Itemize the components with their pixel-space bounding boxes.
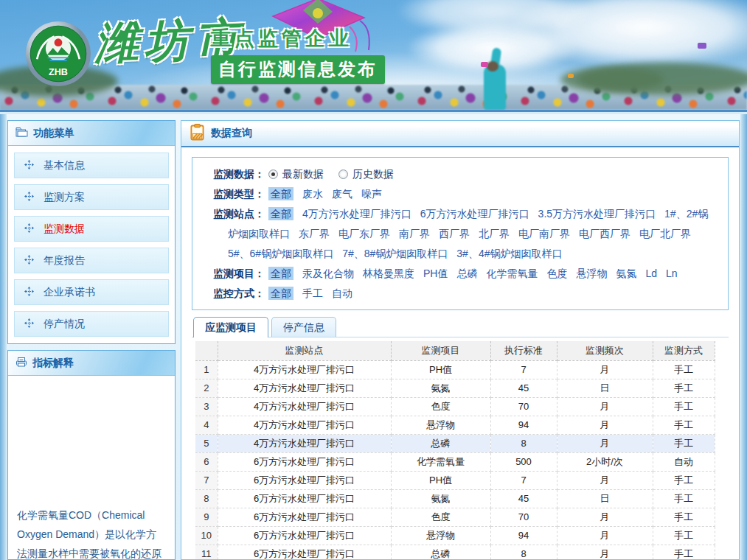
radio-unchecked-icon[interactable]	[338, 169, 348, 179]
table-cell: 6万方污水处理厂排污口	[218, 526, 391, 545]
table-row[interactable]: 106万方污水处理厂排污口悬浮物94月手工	[195, 526, 715, 545]
monitoring-items-table: 监测站点监测项目执行标准监测频次监测方式14万方污水处理厂排污口PH值7月手工2…	[195, 341, 715, 560]
table-cell: 70	[490, 508, 557, 526]
filter-option-link[interactable]: 电厂西厂界	[579, 228, 630, 239]
filter-option-link[interactable]: 全部	[268, 187, 293, 200]
table-cell: 总磷	[391, 434, 490, 452]
filter-option-link[interactable]: 全部	[268, 267, 293, 280]
filter-option-link[interactable]: Ld	[645, 267, 657, 279]
table-cell: 氨氮	[391, 489, 490, 508]
tab-停产信息[interactable]: 停产信息	[271, 317, 336, 337]
filter-option-link[interactable]: 北厂界	[479, 228, 510, 239]
table-cell: 4万方污水处理厂排污口	[218, 434, 391, 452]
table-cell: 8	[490, 545, 557, 560]
table-row[interactable]: 66万方污水处理厂排污口化学需氧量5002小时/次自动	[195, 452, 715, 471]
table-cell: PH值	[391, 471, 490, 489]
filter-option-link[interactable]: 化学需氧量	[486, 267, 538, 279]
sidebar-item-企业承诺书[interactable]: 企业承诺书	[14, 279, 169, 305]
filter-option-link[interactable]: 东厂界	[299, 228, 330, 239]
filter-option-link[interactable]: PH值	[423, 267, 448, 279]
table-cell: PH值	[391, 360, 490, 379]
filter-option-link[interactable]: 6万方污水处理厂排污口	[420, 208, 529, 220]
site-subtitles: 重点监管企业 自行监测信息发布	[211, 25, 385, 84]
table-cell: 月	[557, 471, 653, 489]
function-menu-title: 功能菜单	[33, 127, 74, 140]
sidebar-item-停产情况[interactable]: 停产情况	[14, 311, 169, 337]
table-row[interactable]: 86万方污水处理厂排污口氨氮45日手工	[195, 489, 715, 508]
filter-option-link[interactable]: 3.5万方污水处理厂排污口	[538, 208, 656, 220]
main-header: 数据查询	[181, 121, 739, 147]
filter-option-link[interactable]: 悬浮物	[576, 267, 607, 279]
filter-option-link[interactable]: 总磷	[456, 267, 477, 279]
filter-option-link[interactable]: 废水	[302, 188, 323, 200]
filter-option-link[interactable]: 色度	[546, 267, 567, 279]
filter-option-link[interactable]: 5#、6#锅炉烟囱取样口	[228, 248, 333, 259]
radio-option[interactable]: 最新数据	[268, 168, 324, 180]
table-cell: 手工	[653, 526, 715, 545]
tab-应监测项目[interactable]: 应监测项目	[193, 317, 268, 337]
filter-option-link[interactable]: 西厂界	[439, 228, 470, 239]
table-cell: 月	[557, 397, 653, 416]
table-row[interactable]: 116万方污水处理厂排污口总磷8月手工	[195, 545, 715, 560]
sidebar-item-年度报告[interactable]: 年度报告	[14, 248, 169, 273]
radio-checked-icon[interactable]	[268, 169, 278, 179]
sidebar-item-基本信息[interactable]: 基本信息	[14, 153, 169, 178]
filter-option-link[interactable]: 电厂东厂界	[338, 228, 390, 239]
move-arrows-icon	[24, 287, 34, 298]
sidebar-item-label: 基本信息	[44, 159, 85, 172]
row-number-cell: 8	[195, 489, 218, 508]
epb-logo: ZHB	[25, 21, 91, 87]
tree-silhouette	[577, 63, 747, 95]
indicator-title: 指标解释	[32, 357, 74, 370]
filter-option-link[interactable]: 南厂界	[399, 228, 430, 239]
table-cell: 6万方污水处理厂排污口	[218, 545, 391, 560]
sidebar-item-label: 企业承诺书	[44, 286, 95, 299]
table-row[interactable]: 76万方污水处理厂排污口PH值7月手工	[195, 471, 715, 489]
table-cell: 手工	[653, 545, 715, 560]
filter-option-link[interactable]: 手工	[302, 287, 323, 299]
table-cell: 6万方污水处理厂排污口	[218, 489, 391, 508]
clipboard-icon	[190, 124, 204, 143]
table-cell: 45	[490, 379, 557, 397]
filter-option-link[interactable]: 汞及化合物	[302, 267, 354, 279]
filter-option-link[interactable]: 噪声	[361, 188, 382, 200]
table-row[interactable]: 34万方污水处理厂排污口色度70月手工	[195, 397, 715, 416]
filter-option-link[interactable]: 4万方污水处理厂排污口	[302, 208, 411, 220]
table-cell: 94	[490, 416, 557, 434]
row-number-cell: 7	[195, 471, 218, 489]
filter-option-link[interactable]: 全部	[268, 207, 293, 220]
sidebar-item-监测方案[interactable]: 监测方案	[14, 184, 169, 210]
radio-option[interactable]: 历史数据	[338, 168, 394, 180]
sidebar-item-监测数据[interactable]: 监测数据	[14, 216, 169, 242]
table-cell: 月	[557, 434, 653, 452]
table-cell: 手工	[653, 379, 715, 397]
filter-option-link[interactable]: 7#、8#锅炉烟囱取样口	[342, 248, 448, 259]
column-header: 执行标准	[490, 341, 557, 360]
table-row[interactable]: 54万方污水处理厂排污口总磷8月手工	[195, 434, 715, 452]
table-row[interactable]: 14万方污水处理厂排污口PH值7月手工	[195, 360, 715, 379]
filter-option-link[interactable]: 自动	[332, 287, 352, 299]
filter-option-link[interactable]: Ln	[666, 267, 678, 279]
main-panel: 数据查询 监测数据：最新数据历史数据监测类型：全部废水废气噪声监测站点：全部4万…	[181, 120, 740, 560]
table-cell: 色度	[391, 508, 490, 526]
filter-option-link[interactable]: 电厂南厂界	[518, 228, 570, 239]
table-cell: 8	[490, 434, 557, 452]
filter-option-link[interactable]: 全部	[268, 287, 293, 300]
filter-label: 监测数据：	[213, 168, 265, 180]
filter-option-link[interactable]: 林格曼黑度	[363, 267, 414, 279]
table-cell: 94	[490, 526, 557, 545]
folder-icon	[15, 127, 28, 139]
move-arrows-icon	[24, 223, 34, 235]
filter-option-link[interactable]: 氨氮	[616, 267, 636, 279]
table-row[interactable]: 24万方污水处理厂排污口氨氮45日手工	[195, 379, 715, 397]
filter-option-link[interactable]: 电厂北厂界	[639, 228, 691, 239]
column-header: 监测频次	[557, 341, 653, 360]
filter-option-link[interactable]: 3#、4#锅炉烟囱取样口	[456, 248, 562, 259]
table-cell: 手工	[653, 360, 715, 379]
table-cell: 月	[557, 508, 653, 526]
table-row[interactable]: 96万方污水处理厂排污口色度70月手工	[195, 508, 715, 526]
row-number-cell: 9	[195, 508, 218, 526]
table-row[interactable]: 44万方污水处理厂排污口悬浮物94月手工	[195, 416, 715, 434]
filter-option-link[interactable]: 废气	[332, 188, 352, 200]
move-arrows-icon	[24, 318, 34, 330]
